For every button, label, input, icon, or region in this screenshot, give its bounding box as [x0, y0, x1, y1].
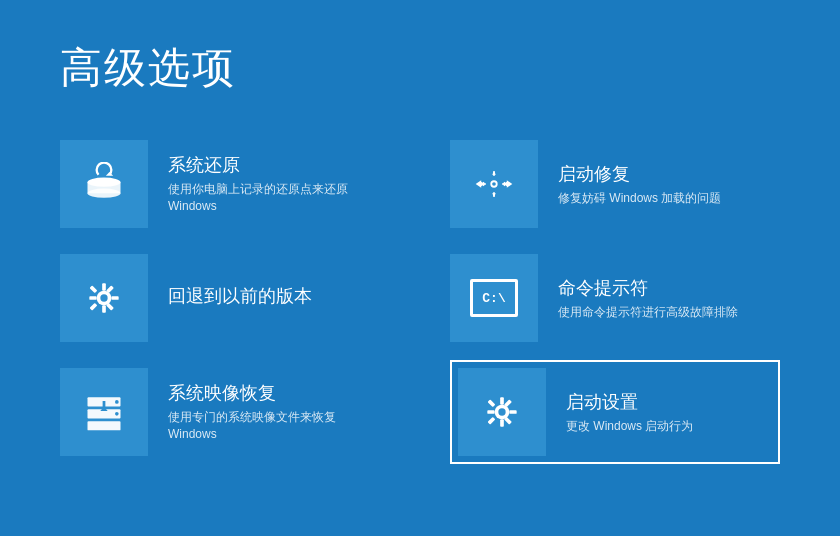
svg-rect-44 — [488, 417, 496, 425]
startup-repair-desc: 修复妨碍 Windows 加载的问题 — [558, 190, 721, 207]
svg-point-31 — [115, 400, 119, 404]
cmd-icon: C:\ — [470, 279, 518, 317]
svg-rect-6 — [493, 192, 495, 197]
system-restore-text: 系统还原 使用你电脑上记录的还原点来还原 Windows — [168, 153, 348, 215]
system-image-text: 系统映像恢复 使用专门的系统映像文件来恢复 Windows — [168, 381, 336, 443]
svg-marker-13 — [476, 180, 482, 187]
system-restore-icon-box — [60, 140, 148, 228]
options-grid: 系统还原 使用你电脑上记录的还原点来还原 Windows — [60, 132, 780, 464]
command-prompt-text: 命令提示符 使用命令提示符进行高级故障排除 — [558, 276, 738, 321]
system-image-desc: 使用专门的系统映像文件来恢复 Windows — [168, 409, 336, 443]
svg-rect-21 — [102, 305, 106, 312]
startup-settings-desc: 更改 Windows 启动行为 — [566, 418, 693, 435]
startup-settings-title: 启动设置 — [566, 390, 693, 414]
startup-settings-text: 启动设置 更改 Windows 启动行为 — [566, 390, 693, 435]
page-container: 高级选项 系统还原 使用你电脑上记录的还原点来还原 Window — [0, 0, 840, 536]
system-image-icon-box — [60, 368, 148, 456]
command-prompt-title: 命令提示符 — [558, 276, 738, 300]
svg-point-32 — [115, 412, 119, 416]
svg-rect-26 — [90, 285, 98, 293]
startup-settings-icon — [480, 390, 524, 434]
option-startup-settings[interactable]: 启动设置 更改 Windows 启动行为 — [450, 360, 780, 464]
svg-rect-27 — [90, 303, 98, 311]
svg-rect-38 — [500, 419, 504, 426]
option-system-restore[interactable]: 系统还原 使用你电脑上记录的还原点来还原 Windows — [60, 132, 390, 236]
go-back-icon-box — [60, 254, 148, 342]
svg-rect-22 — [111, 296, 118, 300]
system-image-icon — [82, 390, 126, 434]
startup-repair-icon — [472, 162, 516, 206]
svg-point-36 — [498, 408, 505, 415]
option-command-prompt[interactable]: C:\ 命令提示符 使用命令提示符进行高级故障排除 — [450, 246, 780, 350]
go-back-title: 回退到以前的版本 — [168, 284, 312, 308]
restore-icon — [82, 162, 126, 206]
svg-rect-34 — [103, 401, 106, 407]
svg-rect-30 — [88, 421, 121, 430]
svg-point-2 — [88, 178, 121, 187]
option-go-back[interactable]: 回退到以前的版本 — [60, 246, 390, 350]
option-system-image[interactable]: 系统映像恢复 使用专门的系统映像文件来恢复 Windows — [60, 360, 390, 464]
svg-rect-43 — [488, 399, 496, 407]
startup-settings-icon-box — [458, 368, 546, 456]
svg-point-19 — [100, 294, 107, 301]
svg-rect-23 — [89, 296, 96, 300]
svg-rect-39 — [509, 410, 516, 414]
svg-point-17 — [492, 182, 496, 186]
command-prompt-icon-box: C:\ — [450, 254, 538, 342]
page-title: 高级选项 — [60, 40, 780, 96]
svg-rect-5 — [493, 171, 495, 176]
startup-repair-text: 启动修复 修复妨碍 Windows 加载的问题 — [558, 162, 721, 207]
svg-rect-40 — [487, 410, 494, 414]
command-prompt-desc: 使用命令提示符进行高级故障排除 — [558, 304, 738, 321]
svg-rect-37 — [500, 397, 504, 404]
startup-repair-icon-box — [450, 140, 538, 228]
system-restore-title: 系统还原 — [168, 153, 348, 177]
svg-rect-20 — [102, 283, 106, 290]
go-back-text: 回退到以前的版本 — [168, 284, 312, 312]
go-back-icon — [82, 276, 126, 320]
svg-marker-14 — [507, 180, 512, 187]
option-startup-repair[interactable]: 启动修复 修复妨碍 Windows 加载的问题 — [450, 132, 780, 236]
system-image-title: 系统映像恢复 — [168, 381, 336, 405]
startup-repair-title: 启动修复 — [558, 162, 721, 186]
system-restore-desc: 使用你电脑上记录的还原点来还原 Windows — [168, 181, 348, 215]
